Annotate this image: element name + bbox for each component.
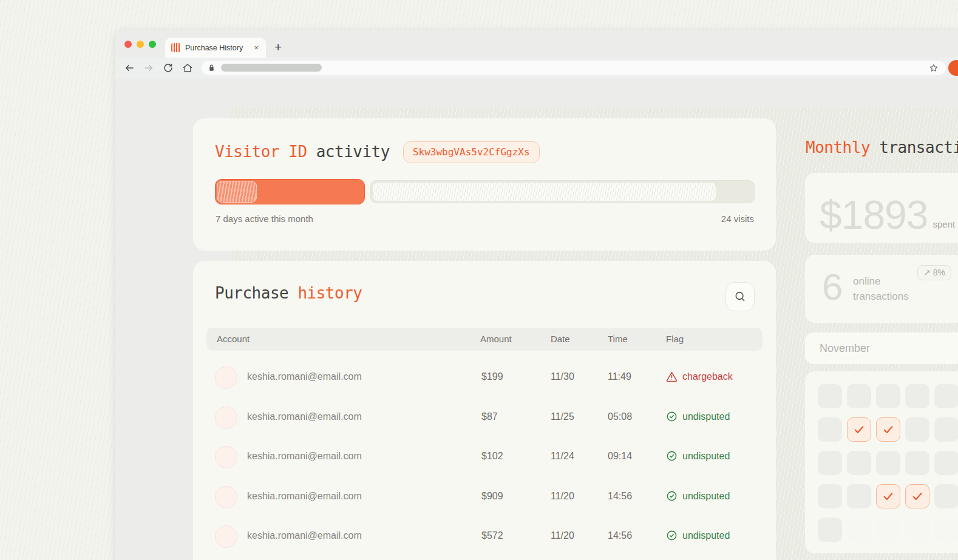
back-icon[interactable] — [124, 62, 135, 73]
page-overlay: Visitor ID activitySkw3wbgVAs5v2CfGgzXs … — [115, 78, 958, 560]
calendar-day-cell[interactable] — [818, 417, 842, 442]
row-amount: $87 — [481, 411, 498, 422]
activity-progress-track-fill — [373, 183, 716, 201]
forward-icon[interactable] — [143, 62, 154, 73]
row-flag-label: undisputed — [682, 530, 730, 541]
calendar-day-cell[interactable] — [876, 451, 900, 475]
row-account: keshia.romani@email.com — [247, 491, 362, 502]
activity-progress-active-subsegment — [217, 181, 257, 203]
alert-triangle-icon — [666, 371, 678, 382]
row-flag-label: undisputed — [682, 451, 730, 462]
avatar — [215, 366, 237, 389]
calendar-day-cell[interactable] — [905, 384, 929, 408]
calendar-day-cell[interactable] — [847, 518, 871, 542]
row-account: keshia.romani@email.com — [247, 451, 362, 462]
row-account: keshia.romani@email.com — [247, 371, 362, 382]
calendar-day-checked[interactable] — [876, 417, 900, 442]
tab-purchase-history[interactable]: Purchase History × — [165, 38, 266, 58]
calendar-day-cell[interactable] — [818, 518, 842, 542]
calendar-day-cell[interactable] — [934, 484, 958, 508]
calendar-day-cell[interactable] — [818, 484, 842, 508]
calendar-day-cell[interactable] — [876, 518, 900, 542]
calendar-day-cell[interactable] — [934, 384, 958, 408]
row-time: 14:56 — [608, 530, 632, 541]
column-header-date: Date — [551, 334, 570, 344]
address-bar[interactable] — [202, 61, 946, 75]
side-title-rest: transactions — [870, 138, 958, 157]
visitor-card-title-rest: activity — [307, 143, 390, 161]
avatar — [215, 446, 237, 468]
table-row[interactable]: keshia.romani@email.com $199 11/30 11:49… — [193, 358, 776, 397]
bookmark-star-icon[interactable] — [929, 63, 939, 73]
reload-icon[interactable] — [163, 62, 174, 73]
table-row[interactable]: keshia.romani@email.com $909 11/20 14:56… — [193, 477, 776, 517]
search-button[interactable] — [725, 282, 755, 311]
tab-title: Purchase History — [185, 44, 248, 52]
check-circle-icon — [666, 450, 678, 462]
maximize-window-button[interactable] — [149, 41, 156, 48]
table-row[interactable]: keshia.romani@email.com $87 11/25 05:08 … — [193, 398, 776, 437]
online-transactions-card: 6 online transactions ↗ 8% — [805, 255, 958, 323]
spend-label: spent — [933, 219, 956, 232]
side-title-accent: Monthly — [806, 138, 870, 157]
purchase-title-prefix: Purchase — [215, 284, 297, 302]
calendar-day-cell[interactable] — [818, 451, 842, 475]
row-time: 14:56 — [608, 491, 632, 502]
calendar-day-cell[interactable] — [905, 451, 929, 475]
row-amount: $102 — [481, 451, 503, 462]
calendar-day-cell[interactable] — [876, 384, 900, 408]
table-row[interactable]: keshia.romani@email.com $572 11/20 14:56… — [193, 517, 776, 556]
calendar-day-cell[interactable] — [934, 518, 958, 542]
home-icon[interactable] — [182, 62, 193, 73]
close-window-button[interactable] — [124, 41, 132, 48]
purchase-history-card: Purchase history Account Amount Date Tim… — [193, 261, 776, 560]
calendar-day-checked[interactable] — [847, 417, 871, 442]
url-text-redacted — [221, 64, 322, 72]
visits-caption: 24 visits — [721, 214, 754, 224]
calendar-grid — [818, 384, 958, 542]
table-row[interactable]: keshia.romani@email.com $102 11/24 09:14… — [193, 437, 776, 477]
row-date: 11/25 — [551, 411, 574, 422]
calendar-day-cell[interactable] — [905, 417, 929, 442]
tab-close-icon[interactable]: × — [253, 43, 260, 52]
avatar — [215, 407, 237, 429]
check-icon — [911, 490, 923, 502]
avatar — [215, 525, 237, 548]
check-icon — [853, 423, 865, 436]
trend-value: 8% — [933, 268, 945, 277]
check-circle-icon — [666, 411, 678, 422]
activity-progress-active-segment — [215, 179, 365, 204]
calendar-day-cell[interactable] — [847, 451, 871, 475]
side-panel-title: Monthly transactions — [806, 138, 958, 157]
calendar-day-cell[interactable] — [847, 384, 871, 408]
visitor-card-title-accent: Visitor ID — [215, 143, 307, 161]
calendar-day-checked[interactable] — [876, 484, 900, 508]
row-date: 11/20 — [551, 530, 574, 541]
calendar-day-cell[interactable] — [934, 417, 958, 442]
purchase-title-accent: history — [297, 284, 362, 302]
profile-avatar[interactable] — [948, 60, 958, 76]
row-date: 11/24 — [551, 451, 574, 462]
lock-icon — [208, 64, 216, 72]
transactions-trend-badge: ↗ 8% — [917, 265, 951, 280]
row-time: 09:14 — [608, 451, 632, 462]
month-select-value: November — [820, 342, 870, 355]
monthly-spend-card: $1893 spent — [805, 173, 958, 243]
calendar-day-cell[interactable] — [847, 484, 871, 508]
calendar-day-cell[interactable] — [818, 384, 842, 408]
minimize-window-button[interactable] — [137, 41, 144, 48]
new-tab-button[interactable]: + — [274, 38, 282, 56]
check-circle-icon — [666, 530, 678, 541]
row-flag-label: chargeback — [682, 371, 733, 382]
calendar-day-cell[interactable] — [934, 451, 958, 475]
transactions-count: 6 — [822, 268, 843, 306]
search-icon — [733, 290, 747, 303]
month-select[interactable]: November — [805, 332, 958, 364]
calendar-day-checked[interactable] — [905, 484, 929, 508]
column-header-time: Time — [608, 334, 628, 344]
check-icon — [882, 423, 894, 436]
tab-strip: Purchase History × + — [115, 30, 958, 58]
row-date: 11/20 — [551, 491, 574, 502]
calendar-day-cell[interactable] — [905, 518, 929, 542]
row-time: 11:49 — [608, 371, 631, 382]
